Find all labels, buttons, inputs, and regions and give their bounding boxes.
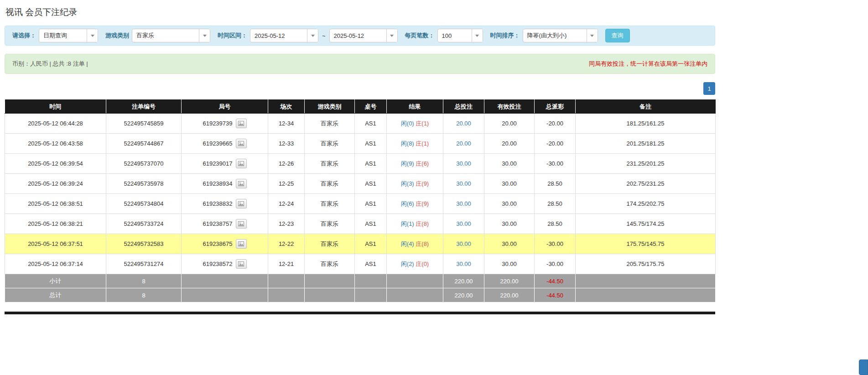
round-media-button[interactable] — [236, 179, 247, 188]
cell-total-bet: 30.00 — [443, 214, 484, 234]
round-media-button[interactable] — [236, 139, 247, 148]
result-player: 闲(2) — [401, 260, 414, 267]
result-banker: 庄(9) — [416, 200, 429, 207]
column-header: 注单编号 — [106, 100, 182, 114]
cell-table-no: AS1 — [355, 214, 387, 234]
cell-time: 2025-05-12 06:39:24 — [5, 174, 106, 194]
total-row: 总计8220.00220.00-44.50 — [5, 288, 716, 302]
image-icon — [238, 201, 244, 206]
game-type-value: 百家乐 — [132, 29, 199, 42]
result-banker: 庄(1) — [416, 120, 429, 127]
cell-session: 12-25 — [268, 174, 305, 194]
query-type-select[interactable]: 日期查询 — [39, 29, 98, 42]
total-bet-link[interactable]: 20.00 — [456, 140, 471, 147]
time-sort-select[interactable]: 降幂(由大到小) — [523, 29, 598, 42]
round-media-button[interactable] — [236, 219, 247, 229]
cell-time: 2025-05-12 06:37:14 — [5, 254, 106, 274]
chevron-down-icon[interactable] — [386, 29, 397, 42]
column-header: 有效投注 — [484, 100, 535, 114]
cell-session: 12-22 — [268, 234, 305, 254]
cell-payout: -20.00 — [535, 134, 576, 154]
cell-table-no: AS1 — [355, 174, 387, 194]
total-bet-link[interactable]: 30.00 — [456, 180, 471, 187]
cell-remark: 202.75/231.25 — [576, 174, 716, 194]
table-row: 2025-05-12 06:37:14522495731274619238572… — [5, 254, 716, 274]
cell-game-type: 百家乐 — [305, 214, 355, 234]
cell-valid-bet: 30.00 — [484, 214, 535, 234]
image-icon — [238, 161, 244, 166]
date-from-select[interactable]: 2025-05-12 — [250, 29, 318, 42]
cell-payout: 28.50 — [535, 174, 576, 194]
round-media-button[interactable] — [236, 239, 247, 249]
search-button[interactable]: 查询 — [605, 29, 630, 42]
table-row: 2025-05-12 06:39:24522495735978619238934… — [5, 174, 716, 194]
total-bet-link[interactable]: 30.00 — [456, 200, 471, 207]
result-player: 闲(4) — [401, 240, 414, 247]
total-bet-link[interactable]: 30.00 — [456, 260, 471, 267]
cell-table-no: AS1 — [355, 114, 387, 134]
cell-round-id: 619239017 — [182, 154, 268, 174]
cell-time: 2025-05-12 06:39:54 — [5, 154, 106, 174]
chevron-down-icon[interactable] — [199, 29, 210, 42]
cell-remark: 181.25/161.25 — [576, 114, 716, 134]
chevron-down-icon[interactable] — [87, 29, 98, 42]
cell-bet-id: 522495737070 — [106, 154, 182, 174]
page-size-select[interactable]: 100 — [437, 29, 483, 42]
chevron-down-icon[interactable] — [307, 29, 318, 42]
cell-session: 12-24 — [268, 194, 305, 214]
cell-session: 12-21 — [268, 254, 305, 274]
cell-game-type: 百家乐 — [305, 234, 355, 254]
cell-result: 闲(9) 庄(6) — [387, 154, 443, 174]
cell-remark: 201.25/181.25 — [576, 134, 716, 154]
cell-remark: 205.75/175.75 — [576, 254, 716, 274]
footer-cell — [576, 274, 716, 288]
round-media-button[interactable] — [236, 259, 247, 269]
image-icon — [238, 181, 244, 186]
column-header: 备注 — [576, 100, 716, 114]
cell-total-bet: 20.00 — [443, 134, 484, 154]
game-type-label: 游戏类别 — [105, 31, 129, 40]
footer-cell: 220.00 — [443, 288, 484, 302]
column-header: 游戏类别 — [305, 100, 355, 114]
page-size-label: 每页笔数： — [405, 31, 435, 40]
time-sort-label: 时间排序： — [490, 31, 520, 40]
cell-valid-bet: 30.00 — [484, 174, 535, 194]
time-sort-value: 降幂(由大到小) — [523, 29, 587, 42]
date-from-value: 2025-05-12 — [250, 29, 307, 42]
chevron-down-icon[interactable] — [472, 29, 483, 42]
round-number: 619238832 — [203, 200, 232, 207]
round-number: 619238572 — [203, 260, 232, 267]
cell-session: 12-34 — [268, 114, 305, 134]
image-icon — [238, 241, 244, 246]
page-root: 视讯 会员下注纪录 请选择： 日期查询 游戏类别 百家乐 时间区间： 2025-… — [0, 0, 720, 319]
total-bet-link[interactable]: 30.00 — [456, 160, 471, 167]
date-to-select[interactable]: 2025-05-12 — [329, 29, 398, 42]
cell-valid-bet: 30.00 — [484, 194, 535, 214]
total-bet-link[interactable]: 30.00 — [456, 220, 471, 227]
cell-bet-id: 522495732583 — [106, 234, 182, 254]
result-banker: 庄(1) — [416, 140, 429, 147]
footer-cell — [305, 288, 355, 302]
summary-bar: 币别：人民币 | 总共 :8 注单 | 同局有效投注，统一计算在该局第一张注单内 — [5, 54, 715, 74]
round-media-button[interactable] — [236, 159, 247, 168]
total-bet-link[interactable]: 20.00 — [456, 120, 471, 127]
result-banker: 庄(6) — [416, 160, 429, 167]
result-player: 闲(0) — [401, 120, 414, 127]
cell-round-id: 619239739 — [182, 114, 268, 134]
cell-round-id: 619238675 — [182, 234, 268, 254]
round-media-button[interactable] — [236, 119, 247, 128]
result-player: 闲(6) — [401, 200, 414, 207]
footer-cell: -44.50 — [535, 274, 576, 288]
game-type-select[interactable]: 百家乐 — [132, 29, 210, 42]
cell-table-no: AS1 — [355, 254, 387, 274]
chevron-down-icon[interactable] — [587, 29, 598, 42]
result-player: 闲(9) — [401, 160, 414, 167]
pagination-page-1[interactable]: 1 — [703, 82, 715, 95]
cell-result: 闲(3) 庄(9) — [387, 174, 443, 194]
cell-session: 12-23 — [268, 214, 305, 234]
round-media-button[interactable] — [236, 199, 247, 208]
bottom-right-pager[interactable] — [859, 359, 868, 375]
date-to-value: 2025-05-12 — [330, 29, 386, 42]
cell-bet-id: 522495734804 — [106, 194, 182, 214]
total-bet-link[interactable]: 30.00 — [456, 240, 471, 247]
